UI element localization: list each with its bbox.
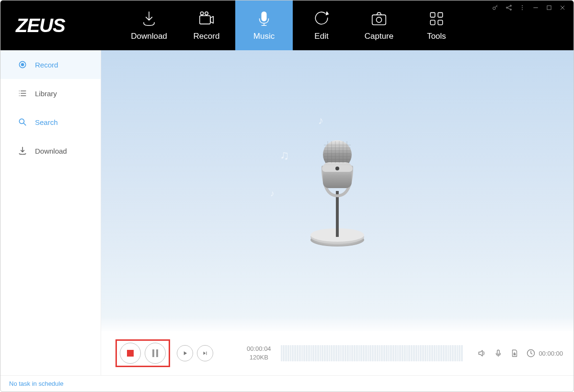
volume-button[interactable] [477, 348, 487, 358]
control-bar: 00:00:04 120KB 00:00:00 [101, 331, 574, 375]
status-text: No task in schedule [9, 380, 63, 387]
app-logo: ZEUS [0, 0, 101, 50]
svg-point-19 [22, 64, 24, 66]
play-button[interactable] [177, 345, 193, 361]
recording-controls-highlight [115, 339, 170, 367]
waveform-display [281, 345, 463, 361]
nav-record-label: Record [194, 32, 220, 41]
nav-edit-label: Edit [314, 32, 328, 41]
microphone-icon [255, 10, 273, 28]
music-note-icon: ♪ [270, 189, 275, 199]
svg-point-14 [522, 5, 523, 6]
sidebar: Record Library Search Download [0, 50, 101, 375]
elapsed-time: 00:00:04 [247, 345, 271, 353]
schedule-button[interactable]: 00:00:00 [526, 348, 563, 358]
file-size: 120KB [247, 353, 271, 362]
music-note-icon: ♫ [280, 148, 289, 163]
radio-checked-icon [18, 60, 27, 69]
svg-rect-0 [200, 16, 210, 24]
nav-tools[interactable]: Tools [408, 0, 465, 50]
sidebar-download-label: Download [35, 147, 67, 155]
sidebar-item-record[interactable]: Record [0, 50, 101, 79]
svg-point-28 [335, 167, 339, 170]
nav-tools-label: Tools [427, 32, 446, 41]
window-controls [491, 3, 567, 12]
list-icon [18, 89, 27, 98]
svg-point-1 [200, 12, 203, 15]
stop-button[interactable] [120, 343, 141, 364]
edit-icon [312, 10, 331, 28]
share-icon[interactable] [505, 3, 513, 12]
nav-download-label: Download [131, 32, 167, 41]
sidebar-record-label: Record [35, 61, 58, 69]
stop-icon [127, 350, 134, 357]
sidebar-search-label: Search [35, 118, 58, 126]
file-output-button[interactable] [510, 348, 519, 358]
svg-point-2 [205, 12, 208, 15]
key-icon[interactable] [491, 3, 500, 12]
svg-rect-8 [430, 20, 435, 25]
next-icon [202, 350, 208, 357]
schedule-time: 00:00:00 [539, 350, 563, 357]
nav-edit[interactable]: Edit [293, 0, 350, 50]
sidebar-item-library[interactable]: Library [0, 79, 101, 108]
clock-icon [526, 348, 536, 358]
svg-point-12 [510, 5, 512, 7]
svg-rect-29 [497, 350, 500, 354]
right-tools: 00:00:00 [477, 348, 563, 358]
sidebar-item-search[interactable]: Search [0, 108, 101, 136]
status-bar: No task in schedule [0, 375, 574, 392]
svg-rect-4 [372, 15, 386, 25]
sidebar-library-label: Library [35, 90, 57, 98]
nav-record[interactable]: Record [178, 0, 235, 50]
play-icon [182, 350, 188, 357]
svg-point-20 [19, 119, 24, 123]
pause-icon [152, 349, 158, 357]
download-icon [140, 10, 158, 28]
volume-icon [477, 348, 487, 358]
recording-canvas: ♪ ♫ ♪ [101, 50, 574, 331]
sidebar-item-download[interactable]: Download [0, 136, 101, 165]
top-bar: ZEUS Download Record Music Edit Capture … [0, 0, 574, 50]
minimize-icon[interactable] [531, 3, 540, 12]
svg-point-13 [510, 9, 512, 11]
search-icon [18, 117, 27, 127]
camera-record-icon [197, 10, 216, 28]
tools-icon [427, 10, 446, 28]
svg-point-15 [522, 7, 523, 8]
microphone-illustration: ♪ ♫ ♪ [304, 134, 371, 248]
svg-rect-17 [547, 6, 551, 10]
music-note-icon: ♪ [318, 114, 323, 127]
top-nav: Download Record Music Edit Capture Tools [120, 0, 465, 50]
svg-rect-6 [430, 12, 435, 17]
audio-source-button[interactable] [494, 348, 503, 358]
svg-point-16 [522, 9, 523, 10]
content: ♪ ♫ ♪ [101, 50, 574, 375]
svg-point-5 [376, 17, 381, 22]
main-area: Record Library Search Download ♪ ♫ ♪ [0, 50, 574, 375]
nav-capture-label: Capture [365, 32, 393, 41]
svg-rect-9 [438, 20, 443, 25]
download-small-icon [18, 146, 27, 156]
close-icon[interactable] [558, 3, 567, 12]
svg-point-11 [506, 7, 508, 9]
svg-point-10 [493, 7, 495, 10]
nav-capture[interactable]: Capture [350, 0, 408, 50]
svg-rect-7 [438, 12, 443, 17]
next-button[interactable] [197, 345, 213, 361]
capture-icon [370, 10, 388, 28]
svg-rect-24 [336, 191, 339, 237]
nav-music[interactable]: Music [235, 0, 293, 50]
nav-music-label: Music [253, 32, 275, 41]
mic-small-icon [494, 349, 503, 358]
file-audio-icon [510, 349, 519, 358]
recording-info: 00:00:04 120KB [247, 345, 271, 361]
pause-button[interactable] [145, 343, 166, 364]
svg-rect-3 [262, 12, 266, 21]
menu-dots-icon[interactable] [518, 3, 527, 12]
nav-download[interactable]: Download [120, 0, 178, 50]
maximize-icon[interactable] [545, 3, 553, 12]
